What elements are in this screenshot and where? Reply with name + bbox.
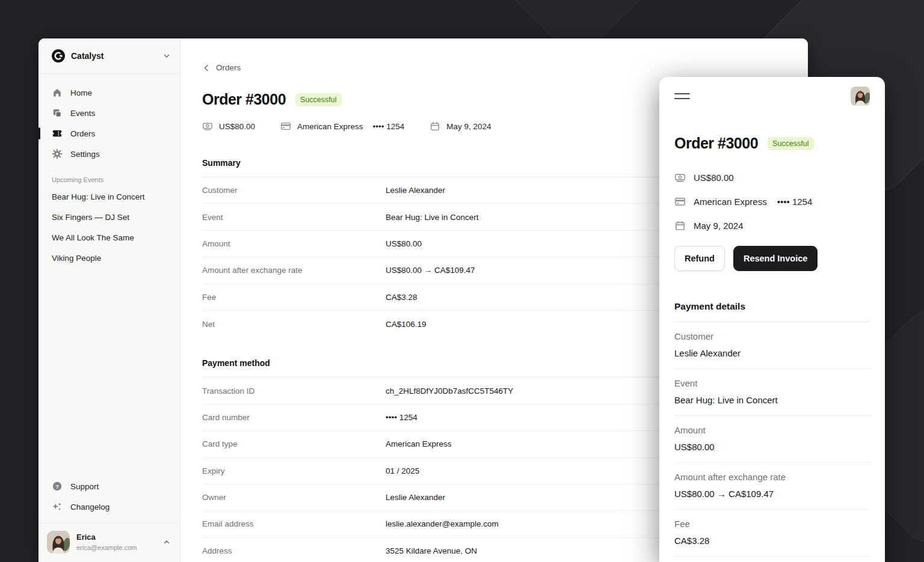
row-value: 3525 Kildare Avenue, ON: [386, 546, 477, 555]
row-label: Amount after exchange rate: [202, 266, 386, 275]
sidebar-item-changelog[interactable]: Changelog: [46, 496, 173, 517]
sidebar-item-home[interactable]: Home: [46, 82, 173, 103]
row-label: Expiry: [202, 466, 386, 475]
panel-card-last4: •••• 1254: [777, 197, 813, 207]
sidebar-item-events[interactable]: Events: [46, 103, 173, 123]
row-value: leslie.alexander@example.com: [386, 519, 499, 528]
status-badge: Successful: [768, 137, 813, 150]
row-label: Amount: [674, 424, 870, 437]
row-value: US$80.00: [386, 239, 422, 248]
row-label: Address: [202, 546, 386, 555]
row-label: Card type: [202, 439, 386, 448]
row-label: Customer: [202, 186, 386, 195]
sidebar-item-support[interactable]: ? Support: [46, 476, 173, 496]
row-label: Card number: [202, 413, 386, 422]
sidebar-event-link[interactable]: Bear Hug: Live in Concert: [46, 187, 173, 207]
chevron-down-icon: [163, 52, 170, 60]
payment-details-heading: Payment details: [674, 301, 870, 312]
credit-card-icon: [280, 121, 291, 132]
panel-amount: US$80.00: [674, 165, 870, 189]
row-label: Amount: [202, 239, 386, 248]
calendar-icon: [430, 121, 440, 132]
avatar[interactable]: [851, 87, 870, 106]
row-label: Event: [202, 213, 386, 222]
gear-icon: [52, 148, 63, 159]
row-value: Bear Hug: Live in Concert: [386, 213, 479, 222]
workspace-switcher[interactable]: Catalyst: [38, 38, 180, 74]
panel-card-brand: American Express: [694, 197, 767, 207]
user-name: Erica: [76, 533, 137, 542]
detail-row: Customer Leslie Alexander: [674, 322, 870, 369]
row-label: Fee: [674, 518, 870, 531]
sparkles-icon: [52, 501, 63, 512]
sidebar-nav: Home Events Orders: [38, 74, 180, 164]
order-date-value: May 9, 2024: [446, 122, 491, 131]
row-value: American Express: [386, 439, 452, 448]
sidebar-event-link[interactable]: Viking People: [46, 248, 173, 269]
panel-actions: Refund Resend Invoice: [674, 246, 870, 271]
order-card-brand: American Express: [297, 122, 363, 131]
avatar: [47, 531, 70, 554]
resend-invoice-button[interactable]: Resend Invoice: [733, 246, 818, 271]
svg-text:?: ?: [55, 483, 59, 490]
panel-meta: US$80.00 American Express •••• 1254 May …: [674, 165, 870, 237]
sidebar-item-settings[interactable]: Settings: [46, 144, 173, 164]
menu-icon[interactable]: [674, 91, 690, 102]
user-menu[interactable]: Erica erica@example.com: [38, 523, 180, 562]
order-card-last4: •••• 1254: [373, 122, 405, 131]
chevron-up-icon: [163, 539, 170, 546]
page-title: Order #3000: [202, 91, 286, 108]
user-email: erica@example.com: [76, 543, 137, 552]
row-value: US$80.00 → CA$109.47: [674, 487, 870, 501]
catalyst-logo-icon: [52, 49, 65, 63]
panel-title-row: Order #3000 Successful: [674, 135, 870, 152]
sidebar-event-link[interactable]: Six Fingers — DJ Set: [46, 207, 173, 228]
row-value: Leslie Alexander: [386, 186, 445, 195]
sidebar-item-label: Support: [70, 482, 99, 491]
order-date: May 9, 2024: [430, 121, 491, 132]
sidebar: Catalyst Home Events: [38, 38, 180, 562]
row-value: CA$106.19: [386, 320, 427, 329]
row-value: ch_2HLf8DfYJ0Db7asfCC5T546TY: [386, 386, 513, 396]
order-amount-value: US$80.00: [219, 122, 255, 131]
status-badge: Successful: [295, 93, 341, 106]
panel-amount-value: US$80.00: [694, 173, 734, 183]
home-icon: [52, 87, 63, 98]
row-value: Bear Hug: Live in Concert: [674, 394, 870, 407]
sidebar-event-link[interactable]: We All Look The Same: [46, 228, 173, 248]
help-icon: ?: [52, 481, 63, 492]
banknotes-icon: [202, 121, 213, 132]
order-amount: US$80.00: [202, 121, 255, 132]
panel-title: Order #3000: [674, 135, 758, 152]
banknotes-icon: [674, 172, 686, 183]
row-value: US$80.00: [674, 441, 870, 454]
row-label: Amount after exchange rate: [674, 471, 870, 484]
panel-date: May 9, 2024: [674, 213, 870, 237]
sidebar-item-label: Changelog: [70, 502, 109, 512]
row-value: US$80.00 → CA$109.47: [386, 266, 475, 275]
row-label: Customer: [674, 330, 870, 343]
sidebar-item-label: Home: [70, 88, 92, 97]
row-label: Event: [674, 377, 870, 390]
sidebar-item-label: Events: [70, 109, 95, 118]
detail-row: Amount after exchange rate US$80.00 → CA…: [674, 463, 870, 510]
row-value: Leslie Alexander: [674, 347, 870, 360]
row-value: CA$3.28: [386, 293, 417, 302]
detail-row: Event Bear Hug: Live in Concert: [674, 369, 870, 416]
row-value: Leslie Alexander: [386, 493, 445, 502]
panel-topbar: [674, 87, 870, 106]
row-value: 01 / 2025: [386, 466, 419, 475]
row-label: Transaction ID: [202, 386, 386, 396]
breadcrumb[interactable]: Orders: [202, 63, 241, 72]
row-label: Owner: [202, 493, 386, 502]
panel-date-value: May 9, 2024: [694, 221, 744, 231]
row-label: Net: [202, 320, 386, 329]
row-value: •••• 1254: [386, 413, 417, 422]
breadcrumb-label: Orders: [216, 63, 241, 72]
row-value: CA$3.28: [674, 534, 870, 548]
row-label: Fee: [202, 293, 386, 302]
chevron-left-icon: [202, 64, 211, 72]
sidebar-item-label: Orders: [70, 129, 95, 138]
refund-button[interactable]: Refund: [674, 246, 725, 271]
sidebar-item-orders[interactable]: Orders: [46, 123, 173, 144]
